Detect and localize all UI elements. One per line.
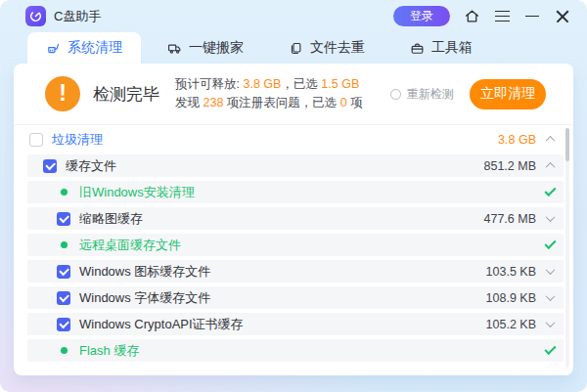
item-size: 3.8 GB [498,133,536,147]
item-label: Windows CryptoAPI证书缓存 [79,316,486,333]
recheck-button[interactable]: 重新检测 [390,86,454,103]
item-label: Windows 字体缓存文件 [79,289,486,307]
item-label: 缩略图缓存 [79,210,483,228]
tab-bar: 系统清理 一键搬家 文件去重 工具箱 [0,32,587,64]
menu-icon[interactable] [493,8,511,25]
row-trailing [536,243,564,246]
main-panel: ! 检测完毕 预计可释放: 3.8 GB，已选 1.5 GB 发现 238 项注… [14,64,573,375]
checkmark-icon [544,238,556,249]
item-label: 远程桌面缓存文件 [79,237,536,254]
item-label: 垃圾清理 [52,131,498,149]
row-trailing [536,294,564,301]
scrollbar-thumb[interactable] [565,128,569,161]
toolbox-icon [410,41,425,56]
close-icon[interactable] [554,8,571,25]
scan-detail-line1: 预计可释放: 3.8 GB，已选 1.5 GB [175,75,363,94]
list-item[interactable]: Windows 字体缓存文件108.9 KB [27,286,564,309]
app-title: C盘助手 [54,8,101,25]
chevron-down-icon[interactable] [545,265,555,275]
checkbox[interactable] [57,265,70,279]
chevron-up-icon[interactable] [545,162,555,172]
item-size: 108.9 KB [486,291,536,305]
item-label: Windows 图标缓存文件 [79,263,486,281]
tab-label: 文件去重 [310,39,365,57]
cleaned-dot-icon [61,189,68,196]
list-item[interactable]: 旧Windows安装清理 [27,181,564,203]
scrollbar-track[interactable] [565,128,569,368]
row-trailing [536,215,564,222]
scan-result-title: 检测完毕 [93,83,159,106]
list-item[interactable]: Windows 图标缓存文件103.5 KB [27,260,564,283]
list-item[interactable]: 远程桌面缓存文件 [27,234,564,256]
cleaned-dot-icon [61,241,68,248]
selected-size: 1.5 GB [321,77,359,91]
checkmark-icon [544,343,556,355]
item-size: 477.6 MB [483,212,536,226]
item-label: 旧Windows安装清理 [79,184,536,201]
truck-icon [167,41,182,56]
checkmark-icon [544,185,556,196]
titlebar-controls: 登录 [393,6,571,26]
tab-file-dedupe[interactable]: 文件去重 [270,32,384,64]
refresh-circle-icon [390,89,401,100]
checkbox[interactable] [57,212,70,226]
chevron-down-icon[interactable] [545,291,555,301]
row-trailing [536,321,564,327]
item-size: 851.2 MB [483,159,536,173]
registry-selected-count: 0 [340,96,347,109]
registry-issue-count: 238 [203,96,223,109]
app-window: C盘助手 登录 系统清理 一键搬家 [0,0,587,392]
title-bar: C盘助手 登录 [0,0,587,32]
gauge-icon [28,9,43,23]
list-item[interactable]: Windows CryptoAPI证书缓存105.2 KB [27,313,564,335]
item-size: 105.2 KB [486,318,536,331]
files-icon [289,41,303,56]
item-size: 103.5 KB [486,265,536,279]
list-item[interactable]: Flash 缓存 [27,339,564,362]
item-label: 缓存文件 [66,157,483,175]
chevron-down-icon[interactable] [545,318,555,327]
row-trailing [536,349,564,352]
item-label: Flash 缓存 [79,342,536,360]
login-button[interactable]: 登录 [393,6,450,26]
clean-now-button[interactable]: 立即清理 [470,79,546,109]
row-trailing [536,136,564,143]
tab-label: 一键搬家 [189,39,244,57]
chevron-down-icon[interactable] [545,212,555,222]
release-size: 3.8 GB [243,77,281,91]
scan-detail: 预计可释放: 3.8 GB，已选 1.5 GB 发现 238 项注册表问题，已选… [175,75,363,112]
row-trailing [536,268,564,275]
status-actions: 重新检测 立即清理 [390,79,546,109]
tab-toolbox[interactable]: 工具箱 [391,32,491,64]
tab-system-clean[interactable]: 系统清理 [27,32,141,64]
row-trailing [536,191,564,194]
home-icon[interactable] [463,8,480,25]
cleanup-list: 垃圾清理3.8 GB缓存文件851.2 MB旧Windows安装清理缩略图缓存4… [14,125,573,362]
app-logo [25,6,46,26]
recheck-label: 重新检测 [407,86,454,103]
minimize-icon[interactable] [523,8,541,25]
list-item[interactable]: 缩略图缓存477.6 MB [27,207,564,230]
cleaned-dot-icon [61,347,68,354]
list-item[interactable]: 缓存文件851.2 MB [27,154,564,177]
chevron-up-icon[interactable] [545,136,555,146]
scan-status-bar: ! 检测完毕 预计可释放: 3.8 GB，已选 1.5 GB 发现 238 项注… [14,64,573,125]
list-item[interactable]: 垃圾清理3.8 GB [27,128,564,151]
clean-icon [46,41,61,56]
tab-label: 工具箱 [431,39,473,57]
checkbox[interactable] [43,159,57,173]
warning-exclamation-icon: ! [45,76,80,111]
row-trailing [536,162,564,169]
checkbox[interactable] [29,133,43,147]
checkbox[interactable] [57,318,70,331]
tab-label: 系统清理 [68,39,122,57]
scan-detail-line2: 发现 238 项注册表问题，已选 0 项 [175,94,363,112]
tab-one-key-move[interactable]: 一键搬家 [149,32,262,64]
checkbox[interactable] [57,291,70,305]
